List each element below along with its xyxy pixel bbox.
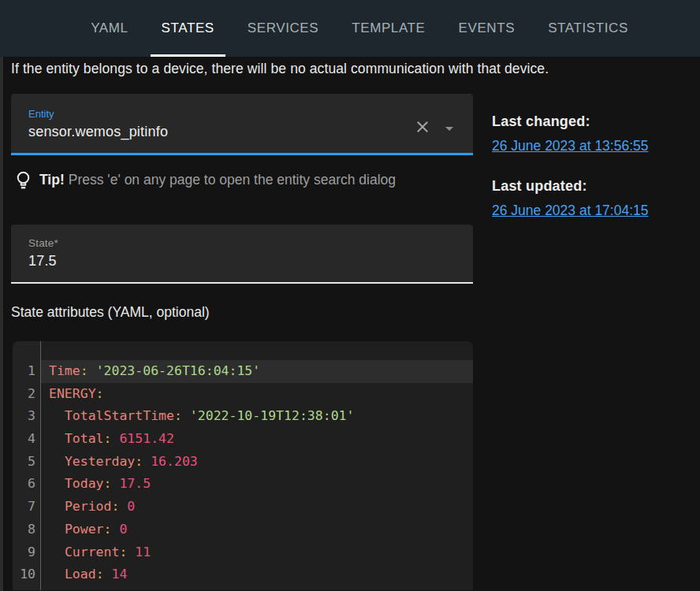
tab-yaml[interactable]: YAML (78, 0, 140, 57)
last-updated-block: Last updated: 26 June 2023 at 17:04:15 (492, 178, 649, 219)
tab-events[interactable]: EVENTS (446, 0, 528, 57)
line-number: 5 (13, 451, 40, 474)
code-line[interactable]: Today: 17.5 (41, 473, 473, 496)
attributes-label: State attributes (YAML, optional) (11, 304, 473, 321)
chevron-down-icon[interactable] (440, 119, 459, 138)
editor-gutter: 12345678910 (13, 341, 41, 590)
last-updated-label: Last updated: (492, 178, 649, 195)
code-line[interactable]: Load: 14 (41, 563, 473, 586)
developer-tools-tab-bar: YAMLSTATESSERVICESTEMPLATEEVENTSSTATISTI… (0, 0, 700, 57)
entity-field[interactable]: Entity sensor.wemos_pitinfo (11, 94, 473, 155)
info-banner: If the entity belongs to a device, there… (11, 60, 689, 78)
active-tab-indicator (151, 54, 225, 57)
tab-list: YAMLSTATESSERVICESTEMPLATEEVENTSSTATISTI… (78, 0, 641, 57)
line-number: 9 (13, 541, 40, 564)
tab-states[interactable]: STATES (149, 0, 227, 57)
lightbulb-icon (13, 169, 34, 191)
state-input[interactable]: 17.5 (28, 253, 460, 269)
code-line[interactable]: Time: '2023-06-26T16:04:15' (41, 360, 473, 383)
state-field[interactable]: State* 17.5 (11, 225, 473, 284)
last-changed-link[interactable]: 26 June 2023 at 13:56:55 (492, 138, 649, 154)
entity-details: Last changed: 26 June 2023 at 13:56:55 L… (492, 94, 649, 243)
code-line[interactable]: Total: 6151.42 (41, 428, 473, 451)
tip-row: Tip! Press 'e' on any page to open the e… (11, 169, 473, 191)
line-number: 4 (13, 428, 40, 451)
code-line[interactable]: Period: 0 (41, 496, 473, 519)
tab-template[interactable]: TEMPLATE (339, 0, 438, 57)
last-changed-block: Last changed: 26 June 2023 at 13:56:55 (492, 113, 649, 154)
entity-input[interactable]: sensor.wemos_pitinfo (28, 124, 402, 140)
close-icon[interactable] (413, 117, 432, 136)
states-panel: If the entity belongs to a device, there… (0, 60, 700, 590)
line-number: 6 (13, 473, 40, 496)
tip-text: Press 'e' on any page to open the entity… (69, 172, 396, 188)
line-number: 3 (13, 405, 40, 428)
tab-services[interactable]: SERVICES (235, 0, 331, 57)
line-number: 1 (13, 360, 40, 383)
content-row: Entity sensor.wemos_pitinfo Tip! (0, 94, 700, 590)
code-line[interactable]: Current: 11 (41, 541, 473, 564)
code-line[interactable]: Power: 0 (41, 519, 473, 541)
code-line[interactable]: ENERGY: (41, 383, 473, 406)
entity-field-label: Entity (28, 108, 402, 120)
code-line[interactable]: TotalStartTime: '2022-10-19T12:38:01' (41, 405, 473, 428)
tab-statistics[interactable]: STATISTICS (535, 0, 641, 57)
line-number: 2 (13, 383, 40, 406)
state-form: Entity sensor.wemos_pitinfo Tip! (11, 94, 473, 590)
line-number: 10 (13, 563, 40, 586)
left-edge-strip (0, 57, 3, 591)
yaml-editor[interactable]: 12345678910 Time: '2023-06-26T16:04:15'E… (13, 341, 473, 590)
tip-label: Tip! (39, 172, 65, 188)
line-number: 8 (13, 519, 40, 541)
last-changed-label: Last changed: (492, 113, 649, 130)
code-line[interactable]: Yesterday: 16.203 (41, 451, 473, 474)
last-updated-link[interactable]: 26 June 2023 at 17:04:15 (492, 203, 649, 219)
state-field-label: State* (28, 237, 460, 249)
line-number: 7 (13, 496, 40, 519)
editor-code[interactable]: Time: '2023-06-26T16:04:15'ENERGY: Total… (41, 341, 473, 590)
